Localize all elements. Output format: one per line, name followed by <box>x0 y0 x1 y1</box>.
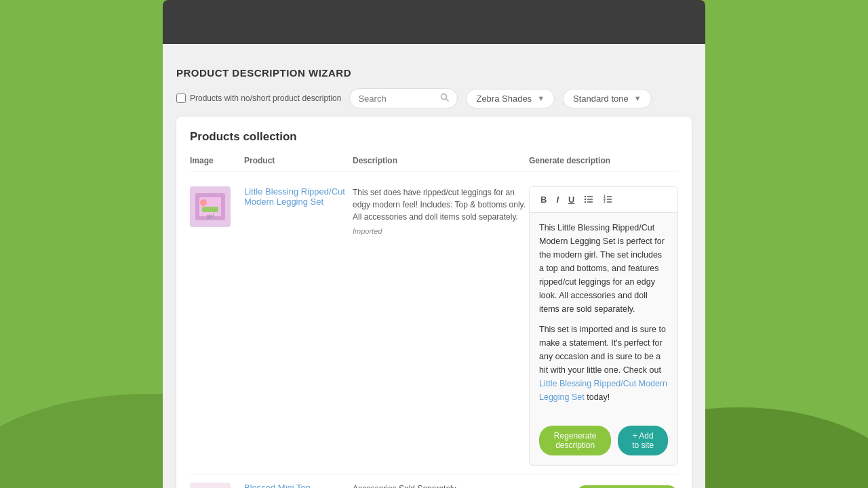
product-image-2: top <box>190 483 244 488</box>
filters-row: Products with no/short product descripti… <box>176 88 692 108</box>
col-description: Description <box>353 156 529 165</box>
tone-chevron-icon: ▼ <box>634 94 642 102</box>
search-input[interactable] <box>358 94 436 104</box>
product-desc-col-2: Accessories Sold Separately Imported <box>353 483 529 488</box>
checkbox-filter: Products with no/short product descripti… <box>176 94 341 103</box>
generated-para-2: This set is imported and is sure to make… <box>539 323 668 404</box>
product-link-1[interactable]: Little Blessing Ripped/Cut Modern Leggin… <box>244 186 353 207</box>
svg-rect-15 <box>607 196 612 197</box>
generate-description-button[interactable]: Generate description <box>576 485 678 488</box>
generated-para-2-text: This set is imported and is sure to make… <box>539 325 666 375</box>
product-desc-col-1: This set does have ripped/cut leggings f… <box>353 186 529 235</box>
content-area: PRODUCT DESCRIPTION WIZARD Products with… <box>163 44 705 488</box>
checkbox-label: Products with no/short product descripti… <box>190 94 341 103</box>
col-image: Image <box>190 156 244 165</box>
products-panel: Products collection Image Product Descri… <box>176 117 692 488</box>
svg-rect-17 <box>607 199 612 200</box>
product-link-2[interactable]: Blessed Mini Top <box>244 483 353 488</box>
svg-rect-19 <box>607 201 612 203</box>
product-name-col-1: Little Blessing Ripped/Cut Modern Leggin… <box>244 186 353 208</box>
underline-button[interactable]: U <box>566 193 577 206</box>
product-name-col-2: Blessed Mini Top <box>244 483 353 488</box>
svg-point-12 <box>585 201 586 203</box>
generated-text-1: This Little Blessing Ripped/Cut Modern L… <box>530 213 677 419</box>
product-desc-text-2: Accessories Sold Separately <box>353 483 529 488</box>
svg-text:3.: 3. <box>604 200 606 203</box>
svg-point-10 <box>585 199 586 200</box>
svg-rect-20 <box>190 483 231 488</box>
table-row: girl Little Blessing Ripped/Cut Modern L… <box>190 178 678 474</box>
unordered-list-button[interactable] <box>581 192 596 207</box>
main-container: PRODUCT DESCRIPTION WIZARD Products with… <box>163 0 705 488</box>
svg-rect-6 <box>202 207 218 212</box>
svg-rect-11 <box>587 199 593 200</box>
table-header: Image Product Description Generate descr… <box>190 156 678 171</box>
regenerate-button[interactable]: Regenerate description <box>539 426 611 455</box>
svg-point-8 <box>585 196 586 197</box>
svg-rect-9 <box>587 196 593 197</box>
italic-button[interactable]: I <box>553 193 561 206</box>
short-description-checkbox[interactable] <box>176 94 186 103</box>
store-dropdown[interactable]: Zebra Shades ▼ <box>466 89 555 108</box>
editor-toolbar-1: B I U <box>530 187 677 213</box>
add-to-site-button[interactable]: + Add to site <box>618 426 668 455</box>
generate-col-1: B I U <box>529 186 678 466</box>
generated-para-2-end: today! <box>585 392 610 402</box>
svg-text:girl: girl <box>207 213 214 219</box>
search-icon <box>440 93 449 104</box>
svg-point-5 <box>200 199 207 206</box>
search-box <box>349 88 458 108</box>
table-row: top Blessed Mini Top Accessories Sold Se… <box>190 474 678 488</box>
generate-col-2: Generate description <box>529 483 678 488</box>
product-image-1: girl <box>190 186 244 227</box>
generated-para-1: This Little Blessing Ripped/Cut Modern L… <box>539 221 668 316</box>
generate-area-1: B I U <box>529 186 678 466</box>
action-buttons-1: Regenerate description + Add to site <box>530 419 677 465</box>
panel-title: Products collection <box>190 130 678 144</box>
page-title: PRODUCT DESCRIPTION WIZARD <box>176 55 692 88</box>
ordered-list-button[interactable]: 1. 2. 3. <box>600 192 615 207</box>
store-chevron-icon: ▼ <box>537 94 545 102</box>
tone-dropdown-label: Standard tone <box>573 94 629 104</box>
svg-rect-13 <box>587 201 593 203</box>
store-dropdown-label: Zebra Shades <box>476 94 532 104</box>
col-generate: Generate description <box>529 156 678 165</box>
svg-line-1 <box>446 99 449 102</box>
product-badge-1: Imported <box>353 227 529 235</box>
top-bar <box>163 0 705 44</box>
bold-button[interactable]: B <box>538 193 549 206</box>
col-product: Product <box>244 156 353 165</box>
tone-dropdown[interactable]: Standard tone ▼ <box>563 89 652 108</box>
product-desc-text-1: This set does have ripped/cut leggings f… <box>353 186 529 223</box>
